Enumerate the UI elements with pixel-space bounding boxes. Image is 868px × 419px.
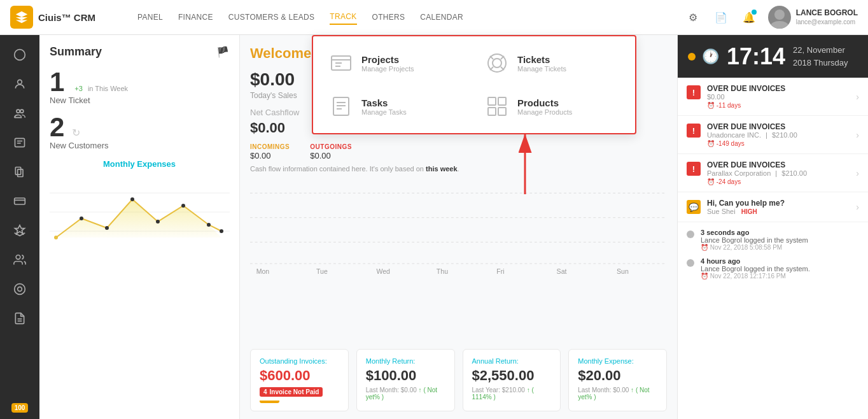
projects-title: Projects <box>361 54 414 65</box>
svg-rect-55 <box>498 97 506 105</box>
invoice-item-2[interactable]: ! OVER DUE INVOICES Unadoncare INC. | $2… <box>678 116 868 154</box>
avatar <box>768 6 791 29</box>
sidebar-item-tasks[interactable] <box>6 129 33 156</box>
annual-return-title: Annual Return: <box>472 357 552 365</box>
invoice-item-1[interactable]: ! OVER DUE INVOICES $0.00 ⏰ -11 days › <box>678 78 868 116</box>
sidebar-item-travel[interactable] <box>6 217 33 244</box>
svg-point-1 <box>771 21 788 29</box>
activity-text-2: Lance Bogrol logged in the system. <box>701 265 810 273</box>
sidebar-item-documents[interactable] <box>6 159 33 185</box>
nav-panel[interactable]: PANEL <box>137 10 163 24</box>
monthly-expense-sub-value: $0.00 <box>613 387 629 394</box>
svg-point-13 <box>16 255 20 260</box>
left-panel: Summary 🏴 1 +3 in This Week New Ticket 2… <box>39 35 240 419</box>
svg-text:Mon: Mon <box>256 268 270 276</box>
sidebar-item-profile[interactable] <box>6 71 33 97</box>
clock-dot <box>688 53 696 60</box>
clock-date: 22, November 2018 Thursday <box>793 44 848 69</box>
outstanding-invoices-amount: $600.00 <box>260 367 339 384</box>
overdue-icon-3: ! <box>687 162 701 176</box>
invoice-content-3: OVER DUE INVOICES Parallax Corporation |… <box>707 160 850 185</box>
invoice-amount-1: $0.00 <box>707 93 850 101</box>
sidebar-item-support[interactable] <box>6 276 33 302</box>
activity-item-2: 4 hours ago Lance Bogrol logged in the s… <box>687 257 859 280</box>
badge-label: Invoice Not Paid <box>270 388 319 395</box>
new-ticket-delta: +3 <box>74 85 83 92</box>
user-profile-area[interactable]: LANCE BOGROL lance@example.com <box>768 6 858 29</box>
tickets-title: Tickets <box>517 54 566 65</box>
tickets-subtitle: Manage Tickets <box>517 65 566 73</box>
document-icon[interactable]: 📄 <box>712 8 730 26</box>
refresh-icon[interactable]: ↻ <box>72 127 80 139</box>
invoice-days-3: ⏰ -24 days <box>707 178 850 185</box>
svg-point-22 <box>80 217 83 220</box>
notification-bell-icon[interactable]: 🔔 <box>740 8 758 26</box>
invoice-item-3[interactable]: ! OVER DUE INVOICES Parallax Corporation… <box>678 154 868 192</box>
activity-time-1: 3 seconds ago <box>701 229 808 236</box>
chat-content: Hi, Can you help me? Sue Shei HIGH <box>707 199 850 215</box>
monthly-return-amount: $100.00 <box>366 367 445 384</box>
annual-return-sub: Last Year: $210.00 ↑ ( 1114% ) <box>472 387 552 401</box>
sidebar-bottom: 100 <box>11 402 29 413</box>
sidebar-item-users[interactable] <box>6 100 33 127</box>
sidebar-item-dashboard[interactable] <box>6 41 33 68</box>
sidebar-item-finance[interactable] <box>6 188 33 215</box>
monthly-return-sub-value: $0.00 <box>401 387 417 394</box>
svg-text:Thu: Thu <box>437 268 448 276</box>
monthly-return-sub: Last Month: $0.00 ↑ ( Not yet% ) <box>366 387 445 401</box>
outgoings-value: $0.00 <box>310 151 352 160</box>
nav-track[interactable]: TRACK <box>330 10 356 25</box>
activity-timestamp-1: ⏰ Nov 22, 2018 5:08:58 PM <box>701 244 808 251</box>
monthly-expense-sub-label: Last Month: <box>578 387 611 394</box>
sidebar-item-team[interactable] <box>6 246 33 273</box>
activity-item-1: 3 seconds ago Lance Bogrol logged in the… <box>687 229 859 251</box>
track-item-projects[interactable]: Projects Manage Projects <box>318 41 474 85</box>
chat-item[interactable]: 💬 Hi, Can you help me? Sue Shei HIGH › <box>678 192 868 222</box>
activity-details-2: 4 hours ago Lance Bogrol logged in the s… <box>701 257 810 280</box>
invoice-days-2: ⏰ -149 days <box>707 140 850 147</box>
tickets-text: Tickets Manage Tickets <box>517 54 566 73</box>
activity-timestamp-2: ⏰ Nov 22, 2018 12:17:16 PM <box>701 273 810 280</box>
flag-icon[interactable]: 🏴 <box>216 46 229 58</box>
sidebar-item-notes[interactable] <box>6 305 33 332</box>
clock-section: 🕐 17:14 22, November 2018 Thursday <box>678 35 868 78</box>
invoice-company-2: Unadoncare INC. | $210.00 <box>707 131 850 139</box>
invoice-content-1: OVER DUE INVOICES $0.00 ⏰ -11 days <box>707 84 850 109</box>
user-info: LANCE BOGROL lance@example.com <box>796 8 858 27</box>
svg-rect-57 <box>498 108 506 115</box>
nav-finance[interactable]: FINANCE <box>178 10 213 24</box>
cashflow-note-text: Cash flow information contained here. It… <box>250 165 426 173</box>
nav-others[interactable]: OTHERS <box>372 10 405 24</box>
new-customers-label: New Customers <box>50 141 229 150</box>
track-item-tickets[interactable]: Tickets Manage Tickets <box>474 41 630 85</box>
monthly-return-sub-label: Last Month: <box>366 387 399 394</box>
outstanding-bar <box>260 401 279 403</box>
svg-point-24 <box>130 197 134 201</box>
track-dropdown: Projects Manage Projects Tickets Manage … <box>312 35 636 134</box>
activity-details-1: 3 seconds ago Lance Bogrol logged in the… <box>701 229 808 251</box>
svg-point-28 <box>220 229 223 233</box>
nav-calendar[interactable]: CALENDAR <box>420 10 463 24</box>
invoice-arrow-1: › <box>856 92 859 102</box>
logo-icon[interactable] <box>10 6 33 29</box>
activity-section: 3 seconds ago Lance Bogrol logged in the… <box>678 222 868 292</box>
tasks-subtitle: Manage Tasks <box>361 108 407 116</box>
overdue-icon-2: ! <box>687 124 701 138</box>
cashflow-note-bold: this week <box>426 165 458 173</box>
clock-date-line2: 2018 Thursday <box>793 57 848 69</box>
badge-count: 4 <box>263 388 267 395</box>
activity-time-2: 4 hours ago <box>701 257 810 265</box>
nav-customers[interactable]: CUSTOMERS & LEADS <box>228 10 315 24</box>
track-item-products[interactable]: Products Manage Products <box>474 85 630 128</box>
nav-right-actions: ⚙ 📄 🔔 LANCE BOGROL lance@example.com <box>684 6 858 29</box>
new-ticket-label: New Ticket <box>50 96 229 105</box>
incomings-value: $0.00 <box>250 151 290 160</box>
svg-point-14 <box>15 284 25 295</box>
track-item-tasks[interactable]: Tasks Manage Tasks <box>318 85 474 128</box>
svg-point-2 <box>15 50 25 60</box>
chat-title: Hi, Can you help me? <box>707 199 850 208</box>
sidebar: 100 <box>0 35 39 419</box>
new-customers-stat: 2 ↻ New Customers <box>50 114 229 150</box>
svg-point-15 <box>18 287 22 292</box>
settings-icon[interactable]: ⚙ <box>684 8 702 26</box>
